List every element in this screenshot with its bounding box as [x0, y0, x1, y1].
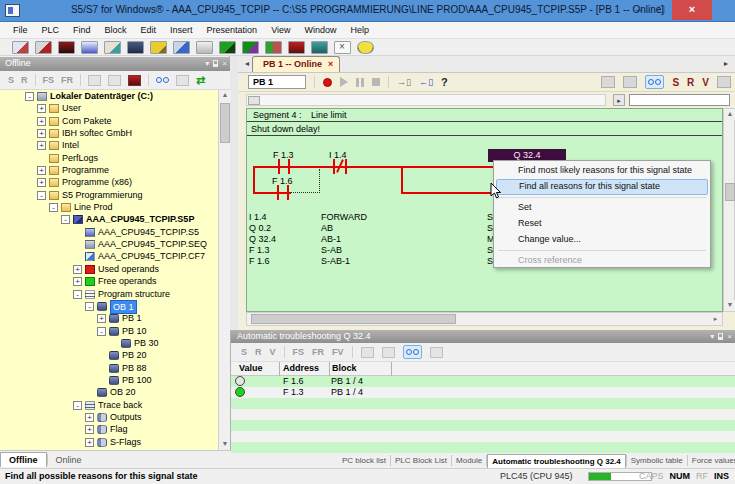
column-block[interactable]: Block [332, 363, 357, 373]
tab-scroll-left-icon[interactable]: ◂ [240, 56, 254, 72]
force-reset-button[interactable]: FR [61, 75, 73, 85]
tab-offline[interactable]: Offline [0, 452, 47, 467]
force-reset-button[interactable]: FR [312, 347, 324, 357]
contact-f16-icon[interactable] [287, 185, 289, 200]
tree-item-ibh-softec-gmbh[interactable]: +IBH softec GmbH [0, 127, 218, 139]
expand-icon[interactable]: + [37, 166, 46, 175]
tree-item-ob-20[interactable]: OB 20 [0, 386, 218, 398]
pin-icon[interactable] [718, 333, 723, 340]
contact-f16-label[interactable]: F 1.6 [272, 176, 293, 186]
tree-item-pb-30[interactable]: PB 30 [0, 337, 218, 349]
tree-item-intel[interactable]: +Intel [0, 139, 218, 151]
help-icon[interactable]: ? [441, 76, 448, 88]
edit-icon[interactable] [382, 347, 395, 358]
contact-f13-icon[interactable] [288, 159, 290, 174]
expand-icon[interactable]: + [37, 104, 46, 113]
collapse-icon[interactable]: - [49, 203, 58, 212]
expand-icon[interactable]: + [37, 117, 46, 126]
reset-letter-button[interactable]: R [255, 347, 262, 357]
module-icon[interactable] [58, 41, 75, 54]
goto-block-icon[interactable]: →▯ [397, 77, 411, 87]
status-var-icon[interactable] [242, 41, 259, 54]
reset-letter-button[interactable]: R [687, 77, 694, 88]
ladder-vscrollbar[interactable]: ▲ ▼ [723, 108, 735, 312]
glasses-icon[interactable] [156, 77, 169, 83]
ladder-hscroll-thumb[interactable] [251, 314, 456, 324]
document-icon[interactable] [196, 41, 213, 54]
reset-letter-button[interactable]: R [21, 75, 28, 85]
edit-icon[interactable] [108, 75, 121, 86]
collapse-icon[interactable]: - [61, 215, 70, 224]
collapse-icon[interactable]: - [25, 92, 34, 101]
thumb-icon[interactable] [430, 347, 443, 358]
thumb-icon[interactable] [176, 75, 189, 86]
collapse-icon[interactable]: - [73, 290, 82, 299]
tree-item-perflogs[interactable]: PerfLogs [0, 152, 218, 164]
insert-block-icon[interactable] [601, 76, 615, 88]
tree-item-s5-programmierung[interactable]: -S5 Programmierung [0, 189, 218, 201]
contact-f13-label[interactable]: F 1.3 [273, 150, 294, 160]
tree-item-pb-100[interactable]: PB 100 [0, 374, 218, 386]
no-force-icon[interactable] [361, 347, 374, 358]
contact-f16-icon[interactable] [277, 185, 279, 200]
expand-icon[interactable]: + [97, 314, 106, 323]
menu-item-find-all-reasons-for-this-signal-state[interactable]: Find all reasons for this signal state [496, 179, 708, 195]
tree-item-lokaler-datentr-ger-c-[interactable]: -Lokaler Datenträger (C:) [0, 90, 218, 102]
menu-block[interactable]: Block [98, 23, 134, 37]
tree-item-pb-88[interactable]: PB 88 [0, 362, 218, 374]
collapse-icon[interactable]: - [85, 302, 94, 311]
tab-online[interactable]: Online [48, 453, 90, 467]
scroll-right-icon[interactable]: ▸ [710, 314, 721, 324]
h-scroll-thumb[interactable] [248, 96, 260, 105]
table-row[interactable]: F 1.3PB 1 / 4 [231, 387, 735, 398]
minimize-button[interactable]: – [628, 0, 650, 20]
tab-pb1-online[interactable]: PB 1 -- Online × [252, 56, 340, 72]
value-letter-button[interactable]: V [702, 77, 709, 88]
tree-item-programme[interactable]: +Programme [0, 164, 218, 176]
expand-icon[interactable]: + [73, 277, 82, 286]
collapse-icon[interactable]: - [37, 191, 46, 200]
stop-icon[interactable] [372, 78, 380, 86]
maximize-button[interactable]: □ [650, 0, 672, 20]
column-address[interactable]: Address [283, 363, 319, 373]
tree-item-free-operands[interactable]: +Free operands [0, 275, 218, 287]
pin-icon[interactable] [213, 60, 218, 67]
tools-icon[interactable] [173, 41, 190, 54]
tab-plc-block-list[interactable]: PLC Block List [391, 454, 451, 467]
tree-item-line-prod[interactable]: -Line Prod [0, 201, 218, 213]
tree-item-aaa-cpu945-tcpip-cf7[interactable]: AAA_CPU945_TCPIP.CF7 [0, 250, 218, 262]
expand-icon[interactable]: + [37, 129, 46, 138]
flags-icon[interactable] [311, 41, 328, 54]
ladder-hscrollbar[interactable]: ▸ [246, 312, 723, 326]
record-icon[interactable] [323, 78, 332, 87]
menu-presentation[interactable]: Presentation [200, 23, 265, 37]
close-button[interactable]: × [672, 0, 712, 20]
expand-icon[interactable]: + [85, 413, 94, 422]
cross-ref-icon[interactable] [717, 76, 731, 88]
return-block-icon[interactable]: ←▯ [419, 77, 433, 87]
tree-item-pb-20[interactable]: PB 20 [0, 349, 218, 361]
menu-edit[interactable]: Edit [134, 23, 164, 37]
tree-item-pb-10[interactable]: -PB 10 [0, 325, 218, 337]
status-block-icon[interactable] [219, 41, 236, 54]
tree-scrollbar[interactable]: ▲ ▼ [218, 90, 230, 450]
menu-file[interactable]: File [6, 23, 35, 37]
tree-item-programme-x86-[interactable]: +Programme (x86) [0, 176, 218, 188]
tab-module[interactable]: Module [452, 454, 486, 467]
tree-item-outputs[interactable]: +Outputs [0, 411, 218, 423]
force-set-button[interactable]: FS [293, 347, 305, 357]
panel-close-icon[interactable]: × [727, 332, 732, 341]
contact-i14-icon[interactable] [333, 159, 335, 174]
pc-block-list-icon[interactable] [12, 41, 29, 54]
tree-item-pb-1[interactable]: +PB 1 [0, 312, 218, 324]
tree-item-program-structure[interactable]: -Program structure [0, 288, 218, 300]
force-icon[interactable] [150, 41, 167, 54]
menu-window[interactable]: Window [298, 23, 344, 37]
ladder-vscroll-thumb[interactable] [725, 183, 735, 201]
status-display-button[interactable] [645, 75, 664, 89]
expand-icon[interactable]: + [37, 178, 46, 187]
tree-item-user[interactable]: +User [0, 102, 218, 114]
menu-insert[interactable]: Insert [163, 23, 200, 37]
play-icon[interactable] [340, 77, 348, 87]
tab-automatic-troubleshooting-q-32-4[interactable]: Automatic troubleshooting Q 32.4 [487, 454, 625, 468]
